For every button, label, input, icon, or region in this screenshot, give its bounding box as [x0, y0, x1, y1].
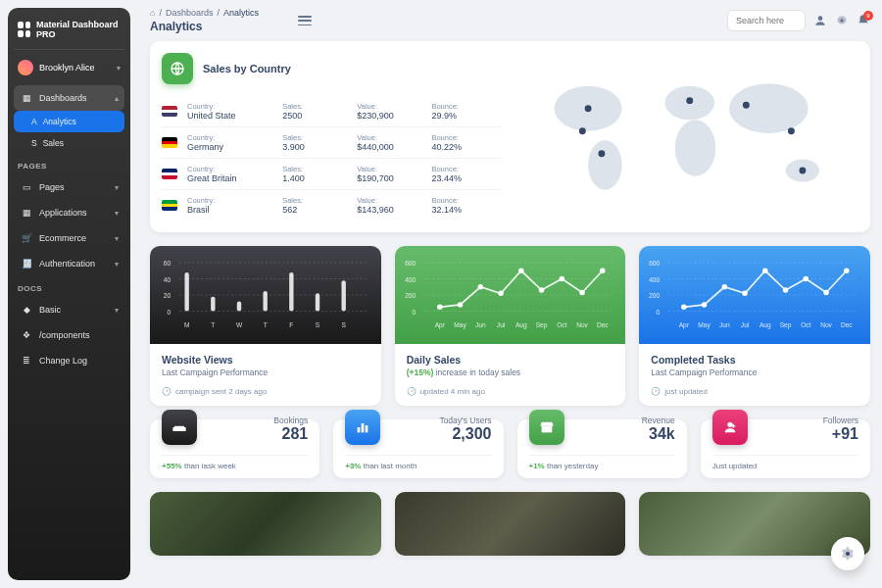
svg-point-50 [518, 269, 523, 273]
svg-rect-25 [211, 297, 215, 312]
svg-text:May: May [699, 321, 711, 329]
svg-text:0: 0 [657, 309, 661, 316]
svg-point-48 [477, 284, 482, 289]
svg-text:M: M [184, 321, 189, 328]
svg-text:Aug: Aug [760, 321, 771, 329]
svg-point-76 [762, 269, 767, 273]
svg-point-9 [584, 105, 591, 112]
chevron-down-icon: ▾ [115, 234, 119, 243]
svg-point-49 [498, 291, 503, 296]
svg-rect-94 [362, 423, 365, 432]
svg-text:May: May [454, 321, 466, 329]
nav-basic[interactable]: ◆ Basic ▾ [14, 297, 124, 322]
lock-icon: 🧾 [20, 257, 33, 270]
svg-rect-28 [289, 272, 293, 312]
sidebar: Material Dashboard PRO Brooklyn Alice ▾ … [8, 8, 130, 580]
svg-text:T: T [264, 321, 268, 328]
account-icon[interactable] [813, 14, 827, 27]
flag-icon [162, 137, 177, 148]
nav-components[interactable]: ❖ /components [14, 322, 124, 348]
nav-dashboards[interactable]: ▦ Dashboards ▴ [14, 85, 124, 111]
section-docs: DOCS [14, 276, 124, 297]
svg-point-46 [437, 305, 442, 310]
chart-title: Daily Sales [407, 354, 614, 366]
svg-text:T: T [211, 321, 215, 328]
property-image-2[interactable] [395, 492, 626, 556]
nav-applications[interactable]: ▦ Applications ▾ [14, 200, 124, 225]
list-icon: ≣ [20, 354, 33, 368]
svg-point-53 [579, 290, 584, 295]
settings-fab[interactable] [831, 537, 864, 570]
brand: Material Dashboard PRO [14, 18, 124, 50]
grid-icon: ▦ [20, 91, 33, 105]
nav-authentication[interactable]: 🧾 Authentication ▾ [14, 251, 124, 276]
nav-ecommerce[interactable]: 🛒 Ecommerce ▾ [14, 225, 124, 251]
world-map[interactable] [520, 53, 859, 220]
breadcrumb-root[interactable]: Dashboards [166, 8, 214, 18]
sales-by-country-card: Sales by Country Country:United State Sa… [150, 41, 870, 232]
svg-text:W: W [236, 321, 243, 328]
chart-canvas: 0200400600AprMayJunJulAugSepOctNovDec [395, 246, 626, 344]
nav-sales[interactable]: SSales [14, 132, 124, 154]
country-row: Country:Germany Sales:3.900 Value:$440,0… [162, 127, 501, 159]
flag-icon [162, 169, 177, 179]
svg-text:Dec: Dec [597, 321, 609, 328]
chart-card: 0200400600AprMayJunJulAugSepOctNovDec Da… [395, 246, 626, 406]
svg-text:Dec: Dec [841, 321, 853, 328]
chart-canvas: 0200400600AprMayJunJulAugSepOctNovDec [639, 246, 870, 344]
svg-text:400: 400 [650, 276, 661, 283]
nav-pages[interactable]: ▭ Pages ▾ [14, 174, 124, 200]
svg-point-52 [559, 276, 564, 281]
home-icon[interactable]: ⌂ [150, 8, 155, 18]
clock-icon: 🕑 [651, 387, 661, 396]
nav-changelog[interactable]: ≣ Change Log [14, 348, 124, 373]
search-input[interactable] [727, 10, 806, 31]
country-row: Country:Great Britain Sales:1.400 Value:… [162, 159, 501, 190]
chart-canvas: 0204060MTWTFSS [150, 246, 381, 344]
breadcrumb-current: Analytics [223, 8, 259, 18]
svg-text:600: 600 [650, 260, 661, 267]
svg-text:Sep: Sep [535, 321, 547, 329]
user-menu[interactable]: Brooklyn Alice ▾ [14, 50, 124, 85]
svg-text:Jun: Jun [719, 321, 730, 328]
bell-icon[interactable]: 9 [857, 14, 870, 27]
globe-icon [162, 53, 193, 84]
svg-text:60: 60 [164, 260, 172, 267]
svg-text:600: 600 [405, 260, 416, 267]
chart-card: 0204060MTWTFSS Website Views Last Campai… [150, 246, 381, 406]
nav-analytics[interactable]: AAnalytics [14, 111, 124, 132]
svg-point-7 [729, 83, 808, 133]
chart-title: Website Views [162, 354, 369, 366]
user-name: Brooklyn Alice [39, 63, 111, 73]
chart-footer: 🕑 campaign sent 2 days ago [162, 387, 369, 396]
svg-point-6 [674, 120, 714, 176]
chevron-down-icon: ▾ [117, 64, 121, 73]
svg-rect-92 [183, 427, 186, 431]
svg-text:400: 400 [405, 276, 416, 283]
svg-point-78 [804, 276, 808, 281]
chart-footer: 🕑 just updated [651, 387, 858, 396]
svg-rect-30 [341, 280, 345, 311]
svg-point-77 [783, 287, 788, 292]
gear-icon[interactable] [835, 14, 849, 27]
svg-point-12 [742, 102, 749, 109]
svg-text:Oct: Oct [557, 321, 566, 328]
flag-icon [162, 106, 177, 117]
main-content: ⌂ / Dashboards / Analytics Analytics [138, 0, 882, 588]
chart-subtitle: (+15%) increase in today sales [407, 368, 614, 377]
svg-point-13 [787, 127, 794, 134]
property-image-1[interactable] [150, 492, 381, 556]
cart-icon: 🛒 [20, 231, 33, 245]
svg-point-47 [457, 302, 462, 307]
svg-text:0: 0 [168, 309, 172, 316]
svg-rect-29 [316, 293, 319, 311]
svg-rect-27 [263, 291, 267, 312]
property-images-row [150, 492, 870, 556]
clock-icon: 🕑 [162, 387, 172, 396]
svg-text:S: S [316, 321, 320, 328]
section-pages: PAGES [14, 154, 124, 174]
svg-point-15 [799, 168, 806, 174]
country-row: Country:United State Sales:2500 Value:$2… [162, 96, 501, 127]
menu-toggle[interactable] [298, 16, 312, 25]
svg-point-73 [702, 302, 707, 307]
